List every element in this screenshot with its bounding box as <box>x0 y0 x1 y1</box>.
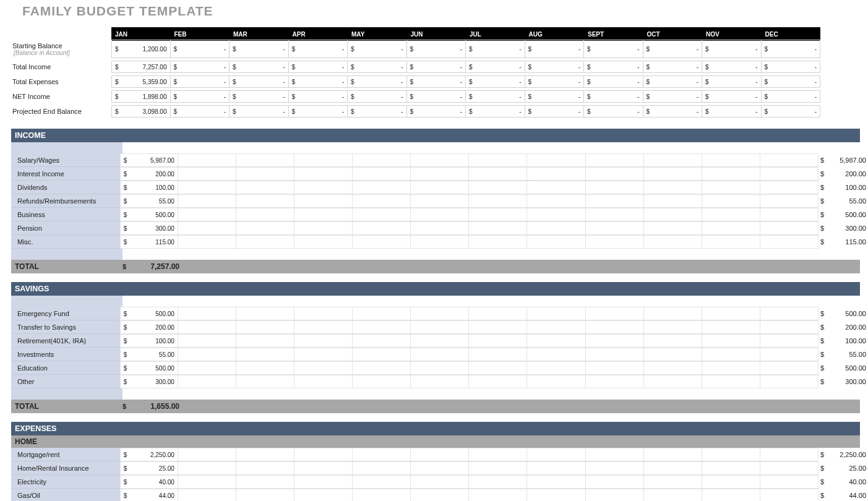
detail-cell[interactable] <box>702 461 760 475</box>
detail-cell[interactable] <box>702 348 760 361</box>
summary-cell[interactable]: $- <box>171 40 230 58</box>
detail-cell[interactable] <box>702 221 760 235</box>
summary-cell[interactable]: $- <box>466 61 525 73</box>
detail-cell[interactable] <box>294 461 353 475</box>
detail-cell[interactable] <box>178 307 236 320</box>
detail-cell[interactable] <box>411 334 469 348</box>
detail-cell[interactable] <box>644 348 702 361</box>
detail-cell[interactable]: $300.00 <box>120 375 178 388</box>
summary-cell[interactable]: $- <box>407 90 466 103</box>
detail-cell[interactable] <box>178 194 236 208</box>
detail-cell[interactable] <box>760 307 819 320</box>
detail-cell[interactable] <box>469 153 527 167</box>
detail-cell[interactable] <box>644 448 702 461</box>
summary-cell[interactable]: $- <box>171 90 230 103</box>
summary-cell[interactable]: $- <box>407 40 466 58</box>
detail-cell[interactable] <box>469 181 527 194</box>
detail-cell[interactable] <box>294 489 353 501</box>
detail-cell[interactable] <box>411 348 469 361</box>
detail-cell[interactable] <box>760 334 819 348</box>
summary-cell[interactable]: $- <box>348 105 407 118</box>
summary-cell[interactable]: $- <box>348 90 407 103</box>
summary-cell[interactable]: $- <box>643 75 703 88</box>
summary-cell[interactable]: $- <box>525 40 585 58</box>
detail-cell[interactable] <box>644 334 702 348</box>
detail-cell[interactable] <box>294 208 353 221</box>
summary-cell[interactable]: $- <box>584 90 643 103</box>
detail-cell[interactable] <box>294 153 353 167</box>
detail-cell[interactable] <box>760 475 819 489</box>
detail-cell[interactable] <box>760 153 819 167</box>
detail-cell[interactable] <box>178 334 236 348</box>
detail-cell[interactable] <box>586 167 644 181</box>
detail-cell[interactable] <box>411 153 469 167</box>
summary-cell[interactable]: $- <box>466 40 525 58</box>
detail-cell[interactable] <box>469 448 527 461</box>
detail-cell[interactable] <box>527 489 585 501</box>
detail-cell[interactable] <box>469 208 527 221</box>
summary-cell[interactable]: $- <box>171 61 230 73</box>
summary-cell[interactable]: $- <box>289 105 348 118</box>
detail-cell[interactable] <box>527 361 585 375</box>
detail-cell[interactable]: $55.00 <box>120 194 178 208</box>
summary-cell[interactable]: $- <box>762 61 821 73</box>
detail-cell[interactable] <box>294 348 353 361</box>
summary-cell[interactable]: $- <box>407 61 466 73</box>
detail-cell[interactable]: $100.00 <box>120 334 178 348</box>
detail-cell[interactable] <box>178 181 236 194</box>
detail-cell[interactable] <box>760 235 819 249</box>
summary-cell[interactable]: $- <box>230 90 289 103</box>
detail-cell[interactable] <box>702 194 760 208</box>
detail-cell[interactable] <box>294 320 353 334</box>
detail-cell[interactable] <box>760 348 819 361</box>
detail-cell[interactable] <box>236 334 294 348</box>
detail-cell[interactable] <box>760 461 819 475</box>
summary-cell[interactable]: $- <box>762 75 821 88</box>
summary-cell[interactable]: $- <box>643 40 703 58</box>
detail-cell[interactable] <box>178 167 236 181</box>
detail-cell[interactable] <box>644 375 702 388</box>
detail-cell[interactable] <box>469 235 527 249</box>
detail-cell[interactable] <box>527 194 585 208</box>
detail-cell[interactable] <box>178 461 236 475</box>
detail-cell[interactable] <box>411 375 469 388</box>
summary-cell[interactable]: $- <box>289 61 348 73</box>
detail-cell[interactable] <box>178 153 236 167</box>
detail-cell[interactable] <box>411 475 469 489</box>
detail-cell[interactable] <box>178 489 236 501</box>
detail-cell[interactable] <box>411 461 469 475</box>
detail-cell[interactable] <box>586 461 644 475</box>
summary-cell[interactable]: $- <box>702 90 762 103</box>
summary-cell[interactable]: $- <box>702 61 762 73</box>
detail-cell[interactable] <box>411 167 469 181</box>
summary-cell[interactable]: $- <box>171 105 230 118</box>
detail-cell[interactable] <box>760 194 819 208</box>
detail-cell[interactable] <box>586 235 644 249</box>
summary-cell[interactable]: $- <box>525 105 585 118</box>
summary-cell[interactable]: $- <box>289 90 348 103</box>
detail-cell[interactable]: $500.00 <box>120 361 178 375</box>
detail-cell[interactable] <box>353 448 411 461</box>
detail-cell[interactable] <box>586 320 644 334</box>
detail-cell[interactable] <box>353 221 411 235</box>
detail-cell[interactable] <box>702 334 760 348</box>
detail-cell[interactable] <box>586 153 644 167</box>
detail-cell[interactable]: $115.00 <box>120 235 178 249</box>
detail-cell[interactable] <box>527 235 585 249</box>
detail-cell[interactable] <box>236 153 294 167</box>
detail-cell[interactable] <box>411 194 469 208</box>
detail-cell[interactable] <box>702 489 760 501</box>
detail-cell[interactable] <box>469 375 527 388</box>
summary-cell[interactable]: $- <box>762 105 821 118</box>
detail-cell[interactable] <box>586 361 644 375</box>
detail-cell[interactable] <box>586 489 644 501</box>
detail-cell[interactable] <box>644 221 702 235</box>
summary-cell[interactable]: $- <box>348 61 407 73</box>
detail-cell[interactable] <box>469 221 527 235</box>
detail-cell[interactable] <box>469 334 527 348</box>
detail-cell[interactable] <box>294 167 353 181</box>
detail-cell[interactable] <box>527 448 585 461</box>
detail-cell[interactable] <box>644 208 702 221</box>
detail-cell[interactable] <box>644 194 702 208</box>
detail-cell[interactable] <box>294 307 353 320</box>
